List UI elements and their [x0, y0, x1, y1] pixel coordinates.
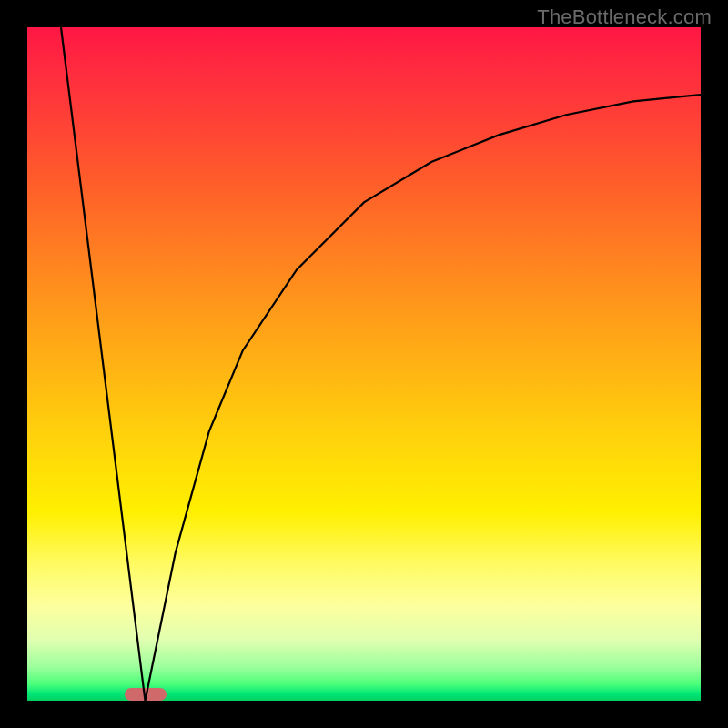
curve-path [61, 27, 701, 701]
attribution-text: TheBottleneck.com [537, 5, 712, 29]
bottleneck-curve [27, 27, 701, 701]
plot-area [27, 27, 701, 701]
